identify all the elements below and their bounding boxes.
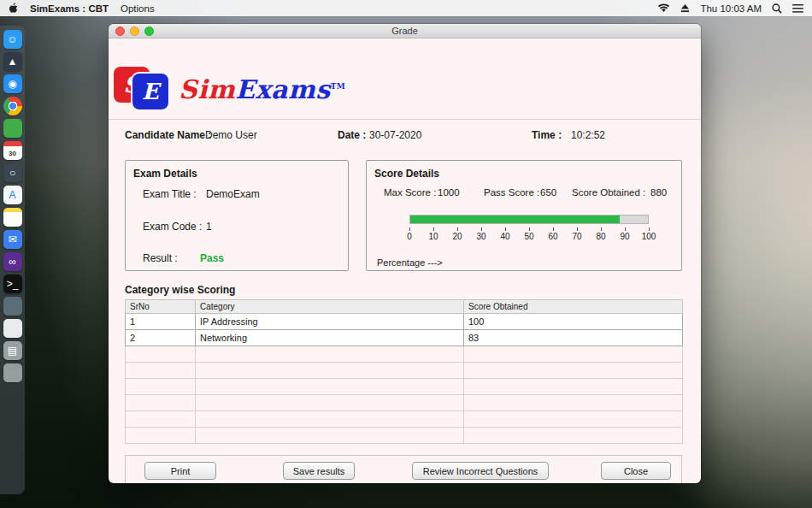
candidate-row: Candidate Name : Demo User Date : 30-07-…: [109, 129, 701, 146]
dock-icon-launchpad[interactable]: ▲: [3, 52, 22, 71]
exam-details-box: Exam Details Exam Title : DemoExam Exam …: [125, 160, 349, 271]
score-details-title: Score Details: [374, 168, 439, 180]
table-row[interactable]: 1IP Addressing100: [126, 314, 683, 330]
exam-title-label: Exam Title :: [143, 188, 197, 200]
max-score-label: Max Score :: [384, 187, 436, 198]
table-empty-row: [126, 379, 683, 395]
menubar-clock[interactable]: Thu 10:03 AM: [700, 3, 762, 14]
table-cell: [196, 411, 464, 428]
dock-icon-vscode[interactable]: ∞: [3, 252, 22, 271]
table-header-row: SrNo Category Score Obtained: [126, 300, 683, 314]
apple-icon[interactable]: [9, 3, 18, 14]
scale-number: 0: [407, 232, 412, 241]
scale-number: 10: [428, 232, 438, 241]
eject-icon[interactable]: [680, 4, 690, 13]
logo-tm: TM: [331, 82, 346, 91]
score-obtained-value: 880: [650, 187, 667, 198]
table-cell[interactable]: 1: [126, 314, 196, 330]
header-separator: [109, 119, 701, 120]
scale-number: 70: [572, 232, 581, 241]
dock-icon-mail[interactable]: ✉: [3, 230, 22, 249]
wifi-icon[interactable]: [657, 3, 670, 13]
dock-icon-chrome[interactable]: [3, 97, 22, 115]
minimize-button[interactable]: [130, 27, 139, 36]
category-table: SrNo Category Score Obtained 1IP Address…: [125, 299, 683, 444]
table-empty-row: [126, 411, 683, 428]
scale-tick: [481, 227, 482, 231]
dock-icon-cup[interactable]: [3, 319, 22, 338]
review-incorrect-questions-button[interactable]: Review Incorrect Questions: [412, 462, 549, 480]
table-cell[interactable]: IP Addressing: [196, 314, 464, 330]
table-cell[interactable]: Networking: [196, 330, 464, 346]
table-cell[interactable]: 100: [464, 314, 683, 330]
dock-icon-utility[interactable]: [3, 297, 22, 316]
scale-number: 20: [452, 232, 462, 241]
scale-tick: [577, 227, 578, 231]
logo-mark: S E: [114, 65, 170, 113]
column-header-score[interactable]: Score Obtained: [464, 300, 683, 314]
search-icon[interactable]: [772, 3, 782, 14]
scale-number: 90: [620, 232, 629, 241]
window-titlebar[interactable]: Grade: [109, 24, 701, 38]
table-cell: [464, 379, 683, 395]
menu-list-icon[interactable]: [792, 4, 803, 13]
logo-e-square: E: [132, 74, 168, 109]
date-value: 30-07-2020: [369, 129, 421, 141]
table-empty-row: [126, 395, 683, 411]
scale-tick: [553, 227, 554, 231]
scale-number: 80: [596, 232, 605, 241]
exam-code-value: 1: [206, 221, 212, 233]
dock-icon-notes[interactable]: [3, 208, 22, 227]
dock-icon-trash[interactable]: [3, 363, 22, 382]
table-empty-row: [126, 428, 683, 444]
zoom-button[interactable]: [144, 27, 154, 36]
dock-icon-calendar[interactable]: 30: [3, 141, 22, 160]
dock-icon-finder[interactable]: ☺: [3, 30, 22, 49]
table-cell: [464, 363, 683, 379]
table-cell: [126, 411, 196, 428]
table-cell: [196, 346, 464, 363]
table-cell[interactable]: 83: [464, 330, 683, 346]
table-cell: [196, 428, 464, 444]
menubar-app-name[interactable]: SimExams : CBT: [30, 3, 109, 14]
grade-window: Grade S E SimExamsTM Candidate Name : De…: [109, 24, 701, 483]
scale-tick: [601, 227, 602, 231]
scale-number: 30: [476, 232, 485, 241]
scale-tick: [625, 227, 626, 231]
exam-details-title: Exam Details: [133, 168, 197, 180]
exam-title-value: DemoExam: [206, 188, 260, 200]
column-header-srno[interactable]: SrNo: [126, 300, 196, 314]
category-scoring-title: Category wise Scoring: [125, 284, 235, 296]
time-label: Time :: [532, 129, 562, 141]
time-value: 10:2:52: [571, 129, 605, 141]
dock-icon-terminal[interactable]: >_: [3, 275, 22, 293]
result-value: Pass: [200, 252, 224, 264]
scale-tick: [529, 227, 530, 231]
table-cell[interactable]: 2: [126, 330, 196, 346]
scale-number: 60: [548, 232, 557, 241]
pass-score-label: Pass Score :: [484, 187, 539, 198]
column-header-category[interactable]: Category: [196, 300, 464, 314]
table-cell: [126, 346, 196, 363]
logo-text: SimExamsTM: [179, 74, 345, 104]
table-cell: [196, 395, 464, 411]
table-row[interactable]: 2Networking83: [126, 330, 683, 346]
menubar-options[interactable]: Options: [121, 3, 155, 14]
table-empty-row: [126, 363, 683, 379]
dock-icon-green-app[interactable]: [3, 119, 22, 138]
scale-number: 100: [642, 232, 656, 241]
print-button[interactable]: Print: [144, 462, 216, 480]
close-button[interactable]: [115, 27, 125, 36]
dock-icon-database[interactable]: ▤: [3, 341, 22, 360]
dock-icon-clock-app[interactable]: ○: [3, 163, 22, 182]
dock-icon-safari[interactable]: ◉: [3, 74, 22, 93]
table-cell: [126, 363, 196, 379]
save-results-button[interactable]: Save results: [283, 462, 355, 480]
close-window-button[interactable]: Close: [601, 462, 671, 480]
table-cell: [126, 379, 196, 395]
dock-icon-app-store[interactable]: A: [3, 186, 22, 204]
button-bar: Print Save results Review Incorrect Ques…: [125, 455, 682, 483]
exam-code-label: Exam Code :: [143, 221, 202, 233]
dock: ☺▲◉30○A✉∞>_▤: [0, 26, 25, 494]
table-cell: [196, 379, 464, 395]
